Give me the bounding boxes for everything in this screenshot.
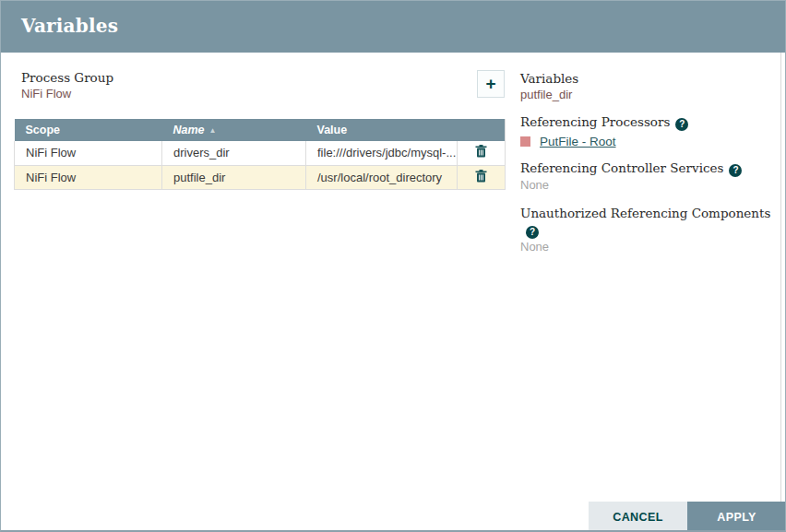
unauthorized-components-label: Unauthorized Referencing Components? bbox=[520, 205, 779, 239]
add-variable-button[interactable]: + bbox=[477, 70, 505, 98]
referencing-processor-item: PutFile - Root bbox=[520, 135, 779, 148]
delete-variable-button[interactable] bbox=[475, 170, 487, 183]
referencing-controller-services-label: Referencing Controller Services? bbox=[520, 160, 779, 177]
help-icon[interactable]: ? bbox=[729, 164, 742, 177]
column-header-value[interactable]: Value bbox=[306, 119, 458, 141]
selected-variable-name: putfile_dir bbox=[520, 87, 779, 102]
help-icon[interactable]: ? bbox=[526, 226, 539, 239]
plus-icon: + bbox=[485, 74, 495, 93]
delete-variable-button[interactable] bbox=[475, 145, 487, 158]
referencing-processor-link[interactable]: PutFile - Root bbox=[540, 135, 616, 148]
selected-variable-section: Variables putfile_dir bbox=[520, 70, 779, 102]
help-icon[interactable]: ? bbox=[675, 118, 688, 131]
table-row[interactable]: NiFi Flow putfile_dir /usr/local/root_di… bbox=[15, 165, 506, 189]
variables-dialog: Variables Process Group NiFi Flow + Scop… bbox=[0, 0, 786, 532]
table-row[interactable]: NiFi Flow drivers_dir file:///drivers/jd… bbox=[15, 141, 506, 165]
trash-icon bbox=[475, 145, 487, 158]
sort-ascending-icon: ▲ bbox=[209, 126, 217, 135]
unauthorized-components-section: Unauthorized Referencing Components? Non… bbox=[520, 205, 779, 255]
cell-actions bbox=[458, 141, 506, 165]
dialog-title: Variables bbox=[21, 15, 118, 37]
table-header-row: Scope Name▲ Value bbox=[15, 119, 506, 141]
variables-label: Variables bbox=[520, 70, 779, 87]
column-header-scope[interactable]: Scope bbox=[15, 119, 162, 141]
column-header-actions bbox=[458, 119, 506, 141]
cell-name: putfile_dir bbox=[162, 165, 306, 189]
cell-actions bbox=[458, 165, 506, 189]
processor-state-square-icon bbox=[520, 136, 530, 147]
cell-scope: NiFi Flow bbox=[15, 141, 162, 165]
content-scroll-gutter bbox=[780, 53, 781, 502]
unauthorized-components-value: None bbox=[520, 239, 779, 255]
variable-details-panel: Variables putfile_dir Referencing Proces… bbox=[520, 70, 779, 266]
cell-name: drivers_dir bbox=[162, 141, 306, 165]
process-group-label: Process Group bbox=[21, 70, 113, 86]
referencing-controller-services-value: None bbox=[520, 177, 779, 194]
process-group-block: Process Group NiFi Flow bbox=[21, 70, 113, 101]
cell-scope: NiFi Flow bbox=[15, 165, 162, 189]
dialog-header: Variables bbox=[1, 1, 785, 53]
process-group-value: NiFi Flow bbox=[21, 86, 113, 101]
referencing-controller-services-section: Referencing Controller Services? None bbox=[520, 160, 779, 194]
cell-value: /usr/local/root_directory bbox=[306, 165, 458, 189]
variables-table: Scope Name▲ Value NiFi Flow drivers_dir … bbox=[14, 119, 505, 190]
cancel-button[interactable]: CANCEL bbox=[589, 502, 687, 532]
apply-button[interactable]: APPLY bbox=[687, 502, 786, 532]
cell-value: file:///drivers/jdbc/mysql-... bbox=[306, 141, 458, 165]
trash-icon bbox=[475, 170, 487, 183]
column-header-name[interactable]: Name▲ bbox=[162, 119, 306, 141]
referencing-processors-label: Referencing Processors? bbox=[520, 113, 779, 131]
referencing-processors-section: Referencing Processors? PutFile - Root bbox=[520, 113, 779, 148]
